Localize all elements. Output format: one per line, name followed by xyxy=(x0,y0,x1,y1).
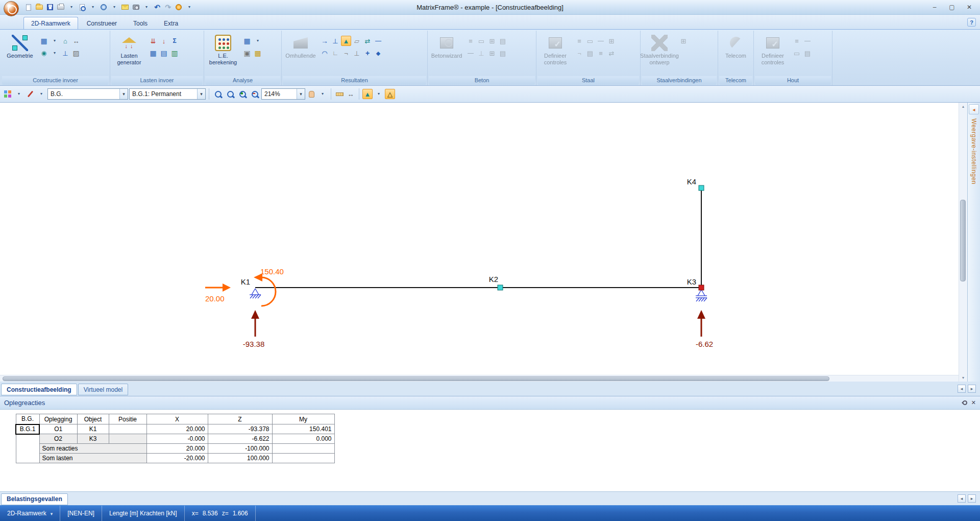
cell-positie[interactable] xyxy=(109,424,146,434)
nodes-button[interactable] xyxy=(39,48,49,58)
concrete-report-button[interactable] xyxy=(498,48,508,58)
app-menu-button[interactable] xyxy=(4,1,19,16)
le-berekening-button[interactable]: L.E. berekening xyxy=(206,32,240,75)
vertical-scrollbar-thumb[interactable] xyxy=(960,200,966,281)
print-dropdown[interactable] xyxy=(66,2,77,13)
lasten-generator-button[interactable]: Lasten generator xyxy=(112,32,146,75)
pan-button[interactable] xyxy=(306,89,316,99)
deflection-button[interactable] xyxy=(320,48,330,58)
reactions-button[interactable] xyxy=(330,36,340,46)
staalverbinding-ontwerp-button[interactable]: Staalverbinding ontwerp xyxy=(642,32,677,75)
capture-dropdown[interactable] xyxy=(141,2,152,13)
moment-load[interactable]: 150.40 xyxy=(254,267,284,306)
probe-tool-button[interactable] xyxy=(25,89,35,99)
scroll-up-arrow[interactable]: ▴ xyxy=(959,103,967,110)
bg-combo[interactable]: B.G. xyxy=(47,88,128,100)
probe-tool-dropdown[interactable] xyxy=(36,89,46,99)
cell-my[interactable] xyxy=(272,444,334,454)
reaction-k3[interactable]: -6.62 xyxy=(696,310,713,348)
pan-dropdown[interactable] xyxy=(317,89,328,99)
material-hatch-button[interactable] xyxy=(71,48,81,58)
new-document-button[interactable] xyxy=(23,2,34,13)
bottom-tabs-scroll-left[interactable] xyxy=(958,494,966,503)
analysis-options-button[interactable] xyxy=(253,48,263,58)
load-case-combo[interactable]: B.G.1: Permanent xyxy=(129,88,206,100)
timber-member-button[interactable] xyxy=(792,36,802,46)
calculation-dropdown[interactable] xyxy=(253,36,263,46)
tab-virtueel-model[interactable]: Virtueel model xyxy=(78,384,129,395)
horizontal-scrollbar-thumb[interactable] xyxy=(3,376,829,381)
node-k4[interactable]: K4 xyxy=(687,177,704,191)
load-case-combo-dropdown-icon[interactable] xyxy=(197,89,205,99)
add-result-button[interactable] xyxy=(362,48,373,58)
nodes-dropdown[interactable] xyxy=(50,48,60,58)
cell-z[interactable]: -6.622 xyxy=(208,434,272,444)
concrete-section-button[interactable] xyxy=(476,36,486,46)
panel-close-icon[interactable] xyxy=(971,400,976,406)
cell-sum-label[interactable]: Som lasten xyxy=(39,454,146,463)
pin-icon[interactable] xyxy=(962,399,968,406)
reaction-k1[interactable]: -93.38 xyxy=(243,310,265,348)
tab-constructieafbeelding[interactable]: Constructieafbeelding xyxy=(1,384,77,395)
canvas[interactable]: K1 K2 K3 K4 20.00 xyxy=(0,103,959,382)
show-results-toggle[interactable] xyxy=(362,89,373,99)
header-bg[interactable]: B.G. xyxy=(16,414,39,424)
redo-button[interactable] xyxy=(163,2,173,13)
zoom-window-button[interactable] xyxy=(212,89,224,99)
cell-my[interactable] xyxy=(272,454,334,463)
steel-member-button[interactable] xyxy=(596,36,606,46)
omhullende-button[interactable]: Omhullende xyxy=(283,32,318,75)
concrete-column-button[interactable] xyxy=(476,48,486,58)
load-cases-button[interactable] xyxy=(159,48,169,58)
expand-panel-button[interactable] xyxy=(969,104,979,114)
view-tabs-scroll-left[interactable] xyxy=(958,385,966,393)
header-x[interactable]: X xyxy=(146,414,208,424)
tools-dropdown[interactable] xyxy=(109,2,119,13)
staal-definieer-controles-button[interactable]: Definieer controles xyxy=(538,32,573,75)
result-settings-button[interactable] xyxy=(373,48,383,58)
roof-generator-button[interactable] xyxy=(60,36,70,46)
view-tabs-scroll-right[interactable] xyxy=(968,385,976,393)
header-object[interactable]: Object xyxy=(77,414,109,424)
concrete-beam-button[interactable] xyxy=(465,36,476,46)
connection-check-button[interactable] xyxy=(678,36,689,46)
steel-profile-button[interactable] xyxy=(574,36,584,46)
help-button[interactable]: ? xyxy=(967,18,976,27)
calculation-settings-button[interactable] xyxy=(242,48,252,58)
cell-positie[interactable] xyxy=(109,434,146,444)
steel-chart-button[interactable] xyxy=(585,48,595,58)
support-k3[interactable] xyxy=(696,290,707,301)
support-k1[interactable] xyxy=(250,289,261,298)
displacements-button[interactable] xyxy=(320,36,330,46)
show-results-dropdown[interactable] xyxy=(374,89,384,99)
close-button[interactable]: ✕ xyxy=(962,2,977,12)
distributed-load-button[interactable] xyxy=(148,36,158,46)
horizontal-scrollbar[interactable] xyxy=(0,375,959,382)
selection-mode-dropdown[interactable] xyxy=(14,89,24,99)
dimensions-toggle-button[interactable] xyxy=(346,89,356,99)
shear-diagram-button[interactable] xyxy=(352,36,362,46)
geometrie-button[interactable]: Geometrie xyxy=(3,32,37,75)
cell-object[interactable]: K3 xyxy=(77,434,109,444)
cell-x[interactable]: -0.000 xyxy=(146,434,208,444)
normal-force-button[interactable] xyxy=(362,36,373,46)
qat-customize-dropdown[interactable] xyxy=(184,2,194,13)
tab-belastingsgevallen[interactable]: Belastingsgevallen xyxy=(1,493,68,505)
cell-x[interactable]: 20.000 xyxy=(146,424,208,434)
tab-extra[interactable]: Extra xyxy=(156,17,186,29)
module-selector[interactable]: 2D-Raamwerk xyxy=(0,506,60,521)
zoom-level-combo[interactable]: 214% xyxy=(261,88,305,100)
cell-z[interactable]: 100.000 xyxy=(208,454,272,463)
vertical-scrollbar[interactable]: ▴ ▾ xyxy=(959,103,967,382)
save-button[interactable] xyxy=(45,2,55,13)
cell-oplegging[interactable]: O2 xyxy=(39,434,77,444)
telecom-button[interactable]: Telecom xyxy=(720,32,752,75)
zoom-level-dropdown-icon[interactable] xyxy=(297,89,305,99)
timber-report-button[interactable] xyxy=(802,48,813,58)
capture-button[interactable] xyxy=(131,2,141,13)
dimension-button[interactable] xyxy=(71,36,81,46)
stress-line-button[interactable] xyxy=(373,36,383,46)
zoom-extents-button[interactable] xyxy=(225,89,236,99)
cell-object[interactable]: K1 xyxy=(77,424,109,434)
zoom-out-button[interactable] xyxy=(249,89,260,99)
